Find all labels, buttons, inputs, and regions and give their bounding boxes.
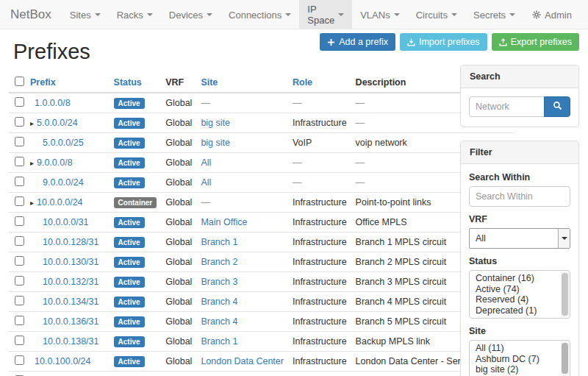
site-link[interactable]: Branch 1 xyxy=(201,336,237,347)
prefix-link[interactable]: 10.0.0.134/31 xyxy=(43,297,98,307)
row-checkbox[interactable] xyxy=(15,216,24,226)
nav-item-devices[interactable]: Devices xyxy=(161,0,220,29)
site-cell: Branch 1 xyxy=(196,372,288,376)
row-checkbox[interactable] xyxy=(15,97,24,107)
vrf-cell: Global xyxy=(161,332,196,352)
prefix-cell: 5.0.0.0/25 xyxy=(26,133,110,153)
prefix-link[interactable]: 10.0.0.130/31 xyxy=(43,257,98,267)
status-badge: Active xyxy=(114,336,145,347)
row-checkbox[interactable] xyxy=(15,236,24,246)
row-checkbox[interactable] xyxy=(15,336,24,345)
expand-arrow-icon[interactable]: ▸ xyxy=(30,199,37,207)
prefix-link[interactable]: 10.0.100.0/24 xyxy=(35,356,90,366)
site-link[interactable]: big site xyxy=(201,138,230,148)
prefix-link[interactable]: 1.0.0.0/8 xyxy=(35,98,71,108)
site-link[interactable]: Branch 2 xyxy=(201,257,237,267)
status-badge: Active xyxy=(114,138,145,149)
prefix-link[interactable]: 10.0.0.132/31 xyxy=(43,277,98,287)
search-button[interactable] xyxy=(544,96,570,117)
chevron-down-icon xyxy=(147,13,153,16)
vrf-select[interactable]: All xyxy=(469,228,570,249)
import-prefixes-button[interactable]: Import prefixes xyxy=(400,33,487,51)
prefix-link[interactable]: 5.0.0.0/25 xyxy=(43,138,84,148)
row-checkbox[interactable] xyxy=(15,177,24,186)
row-checkbox-cell xyxy=(9,193,26,213)
prefix-link[interactable]: 10.0.0.136/31 xyxy=(43,316,98,327)
site-link[interactable]: All xyxy=(201,177,211,188)
nav-item-racks[interactable]: Racks xyxy=(109,0,161,29)
search-input[interactable] xyxy=(469,96,544,117)
nav-profile-link[interactable]: Profile xyxy=(581,0,588,29)
table-row: 10.0.0.128/31ActiveGlobalBranch 1Infrast… xyxy=(9,233,514,252)
site-link[interactable]: big site xyxy=(201,118,230,128)
row-checkbox[interactable] xyxy=(15,256,24,266)
role-cell: Infrastructure xyxy=(288,193,351,213)
listbox-option[interactable]: Deprecated (1) xyxy=(471,305,559,316)
nav-item-vlans[interactable]: VLANs xyxy=(352,0,407,29)
nav-admin-link[interactable]: Admin xyxy=(523,0,581,29)
sort-link-site[interactable]: Site xyxy=(201,77,218,88)
prefix-link[interactable]: 10.0.0.138/31 xyxy=(43,336,98,347)
prefix-cell: 1.0.0.0/8 xyxy=(26,93,110,113)
prefix-link[interactable]: 9.0.0.0/24 xyxy=(43,177,84,188)
listbox-option[interactable]: All (11) xyxy=(471,343,559,354)
status-listbox: Container (16)Active (74)Reserved (4)Dep… xyxy=(469,270,570,319)
vrf-cell: Global xyxy=(161,272,196,292)
column-header-status: Status xyxy=(110,73,162,93)
nav-item-connections[interactable]: Connections xyxy=(220,0,299,29)
row-checkbox[interactable] xyxy=(15,296,24,305)
site-link[interactable]: London Data Center xyxy=(201,356,284,366)
site-link[interactable]: Branch 3 xyxy=(201,277,237,287)
nav-item-circuits[interactable]: Circuits xyxy=(408,0,465,29)
row-checkbox-cell xyxy=(9,153,26,173)
listbox-option[interactable]: big site (2) xyxy=(471,364,559,375)
select-all-checkbox[interactable] xyxy=(15,77,24,86)
prefix-link[interactable]: 10.0.0.0/31 xyxy=(43,217,89,227)
row-checkbox[interactable] xyxy=(15,137,24,146)
scrollbar[interactable] xyxy=(561,272,569,317)
row-checkbox[interactable] xyxy=(15,276,24,285)
chevron-down-icon xyxy=(451,13,457,16)
sort-link-status[interactable]: Status xyxy=(114,77,142,88)
navbar: NetBox SitesRacksDevicesConnectionsIP Sp… xyxy=(0,0,588,29)
site-link[interactable]: Branch 4 xyxy=(201,316,237,327)
expand-arrow-icon[interactable]: ▸ xyxy=(30,119,37,127)
row-checkbox[interactable] xyxy=(15,196,24,206)
prefix-link[interactable]: 10.0.0.128/31 xyxy=(43,237,98,247)
site-link[interactable]: Branch 1 xyxy=(201,237,237,247)
prefix-link[interactable]: 9.0.0.0/8 xyxy=(37,157,73,168)
listbox-option[interactable]: Ashburn DC (7) xyxy=(471,354,559,365)
nav-menu: SitesRacksDevicesConnectionsIP SpaceVLAN… xyxy=(62,0,523,29)
row-checkbox[interactable] xyxy=(15,117,24,127)
brand-link[interactable]: NetBox xyxy=(0,0,62,29)
site-link[interactable]: All xyxy=(201,157,211,168)
listbox-option[interactable]: Active (74) xyxy=(471,284,559,295)
prefix-cell: 9.0.0.0/24 xyxy=(26,173,110,193)
table-header-row: PrefixStatusVRFSiteRoleDescription xyxy=(9,73,514,93)
table-row: 10.0.0.130/31ActiveGlobalBranch 2Infrast… xyxy=(9,252,514,272)
export-prefixes-button[interactable]: Export prefixes xyxy=(492,33,579,51)
prefix-link[interactable]: 5.0.0.0/24 xyxy=(37,118,78,128)
column-header-vrf: VRF xyxy=(161,73,196,93)
vrf-label: VRF xyxy=(469,214,570,224)
search-within-input[interactable] xyxy=(469,186,570,207)
expand-arrow-icon[interactable]: ▸ xyxy=(30,159,37,167)
site-link[interactable]: Branch 4 xyxy=(201,297,237,307)
scrollbar[interactable] xyxy=(561,341,569,376)
nav-item-ip-space[interactable]: IP Space xyxy=(299,0,352,29)
sort-link-prefix[interactable]: Prefix xyxy=(30,77,56,88)
prefix-cell: ▸9.0.0.0/8 xyxy=(26,153,110,173)
nav-item-sites[interactable]: Sites xyxy=(62,0,109,29)
listbox-option[interactable]: Container (16) xyxy=(471,273,559,284)
nav-item-secrets[interactable]: Secrets xyxy=(465,0,523,29)
row-checkbox[interactable] xyxy=(15,316,24,325)
add-a-prefix-button[interactable]: Add a prefix xyxy=(320,33,395,51)
row-checkbox[interactable] xyxy=(15,157,24,166)
table-row: ▸10.0.0.0/24ContainerGlobal—Infrastructu… xyxy=(9,193,514,213)
prefix-link[interactable]: 10.0.0.0/24 xyxy=(37,197,83,207)
listbox-option[interactable]: Reserved (4) xyxy=(471,294,559,305)
sort-link-role[interactable]: Role xyxy=(293,77,312,88)
status-cell: Active xyxy=(110,233,162,252)
site-link[interactable]: Main Office xyxy=(201,217,247,227)
row-checkbox[interactable] xyxy=(15,355,24,365)
